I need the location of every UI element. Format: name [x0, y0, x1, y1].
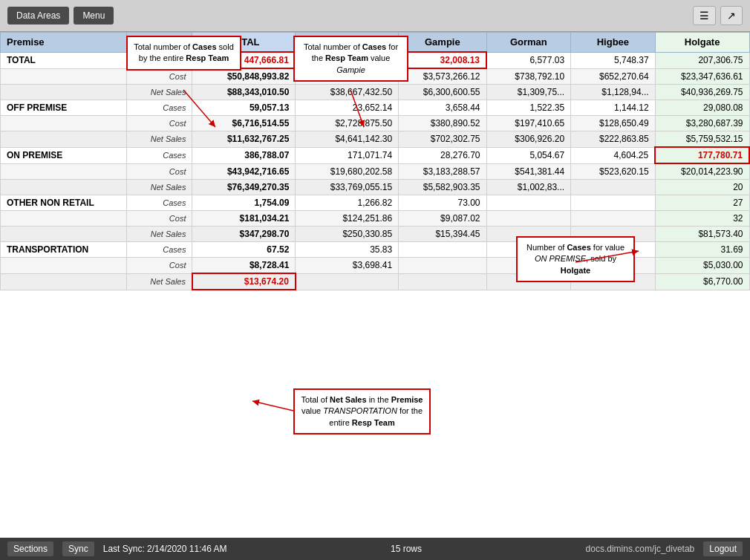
share-icon-button[interactable]: ↗ — [720, 6, 743, 25]
gampie-cell: 73.00 — [399, 195, 486, 211]
total-cell: $8,728.41 — [192, 258, 296, 274]
col-header-gampie: Gampie — [399, 33, 486, 53]
gampie-cell: $5,582,903.35 — [399, 180, 486, 195]
metric-label: Net Sales — [127, 273, 192, 290]
higbee-cell — [571, 227, 656, 242]
total-cell: $50,848,993.82 — [192, 68, 296, 85]
total-cell: $11,632,767.25 — [192, 131, 296, 148]
holgate-cell: $20,014,223.90 — [655, 163, 749, 180]
hamburger-icon-button[interactable]: ☰ — [693, 6, 716, 25]
holgate-cell: 207,306.75 — [655, 52, 749, 68]
higbee-cell: $523,620.15 — [571, 163, 656, 180]
premise-label: TRANSPORTATION — [1, 242, 127, 258]
holgate-cell: $23,347,636.61 — [655, 68, 749, 85]
crowe-cell: $250,330.85 — [296, 227, 399, 242]
metric-label: Net Sales — [127, 180, 192, 195]
holgate-cell: 177,780.71 — [655, 147, 749, 163]
svg-line-4 — [252, 401, 293, 411]
col-header-higbee: Higbee — [571, 33, 656, 53]
higbee-cell: $1,128,94... — [571, 85, 656, 100]
holgate-cell: 29,080.08 — [655, 100, 749, 116]
premise-label: OTHER NON RETAIL — [1, 195, 127, 211]
holgate-cell: 32 — [655, 211, 749, 227]
crowe-cell: 35.83 — [296, 242, 399, 258]
gampie-cell: $6,300,600.55 — [399, 85, 486, 100]
metric-label: Cases — [127, 100, 192, 116]
crowe-cell: $2,728,875.50 — [296, 116, 399, 131]
statusbar: Sections Sync Last Sync: 2/14/2020 11:46… — [0, 538, 750, 560]
total-cell: $43,942,716.65 — [192, 163, 296, 180]
metric-label: Cost — [127, 68, 192, 85]
holgate-cell: $40,936,269.75 — [655, 85, 749, 100]
premise-label: OFF PREMISE — [1, 100, 127, 116]
total-cell: $88,343,010.50 — [192, 85, 296, 100]
higbee-cell: $128,650.49 — [571, 116, 656, 131]
sections-button[interactable]: Sections — [7, 541, 53, 556]
gorman-cell: 1,522.35 — [486, 100, 571, 116]
holgate-cell: $81,573.40 — [655, 227, 749, 242]
gorman-cell: $306,926.20 — [486, 131, 571, 148]
gorman-cell: $197,410.65 — [486, 116, 571, 131]
higbee-cell: 4,604.25 — [571, 147, 656, 163]
crowe-cell: $19,680,202.58 — [296, 163, 399, 180]
rows-count: 15 rows — [391, 544, 422, 554]
holgate-cell: 20 — [655, 180, 749, 195]
gorman-cell: 6,577.03 — [486, 52, 571, 68]
metric-label: Net Sales — [127, 85, 192, 100]
crowe-cell: $4,641,142.30 — [296, 131, 399, 148]
gorman-cell: $1,309,75... — [486, 85, 571, 100]
higbee-cell — [571, 273, 656, 290]
gampie-cell — [399, 273, 486, 290]
gampie-cell: 32,008.13 — [399, 52, 486, 68]
gorman-cell — [486, 227, 571, 242]
gampie-cell: $9,087.02 — [399, 211, 486, 227]
total-cell: 59,057.13 — [192, 100, 296, 116]
crowe-cell: $124,251.86 — [296, 211, 399, 227]
gorman-cell: $1,002,83... — [486, 180, 571, 195]
total-cell: $181,034.21 — [192, 211, 296, 227]
gampie-cell: $15,394.45 — [399, 227, 486, 242]
gorman-cell: $541,381.44 — [486, 163, 571, 180]
metric-label: Cases — [127, 147, 192, 163]
gampie-cell — [399, 258, 486, 274]
gampie-cell: $3,183,288.57 — [399, 163, 486, 180]
total-cell: $6,716,514.55 — [192, 116, 296, 131]
higbee-cell — [571, 242, 656, 258]
gorman-cell — [486, 211, 571, 227]
premise-label: TOTAL — [1, 52, 127, 68]
gorman-cell — [486, 258, 571, 274]
holgate-cell: $3,280,687.39 — [655, 116, 749, 131]
gampie-cell: 28,276.70 — [399, 147, 486, 163]
gorman-cell: 5,054.67 — [486, 147, 571, 163]
crowe-cell: 171,071.74 — [296, 147, 399, 163]
col-header-total: TOTAL — [192, 33, 296, 53]
higbee-cell — [571, 195, 656, 211]
data-areas-button[interactable]: Data Areas — [7, 7, 69, 25]
toolbar: Data Areas Menu ☰ ↗ — [0, 0, 750, 32]
metric-label: Net Sales — [127, 131, 192, 148]
premise-label — [1, 68, 127, 85]
total-cell: 67.52 — [192, 242, 296, 258]
metric-label: Cases — [127, 195, 192, 211]
holgate-cell: 31.69 — [655, 242, 749, 258]
higbee-cell — [571, 180, 656, 195]
total-cell: $13,674.20 — [192, 273, 296, 290]
premise-label: ON PREMISE — [1, 147, 127, 163]
logout-button[interactable]: Logout — [703, 541, 743, 556]
premise-label — [1, 227, 127, 242]
premise-label — [1, 116, 127, 131]
crowe-cell: $38,667,432.50 — [296, 85, 399, 100]
holgate-cell: $5,030.00 — [655, 258, 749, 274]
crowe-cell: 1,266.82 — [296, 195, 399, 211]
annotation-transportation-netsales: Total of Net Sales in the Premise value … — [293, 388, 431, 434]
gampie-cell: 3,658.44 — [399, 100, 486, 116]
premise-label — [1, 273, 127, 290]
total-cell: 447,666.81 — [192, 52, 296, 68]
higbee-cell: 1,144.12 — [571, 100, 656, 116]
col-header-metric — [127, 33, 192, 53]
col-header-holgate: Holgate — [655, 33, 749, 53]
metric-label: Cost — [127, 163, 192, 180]
menu-button[interactable]: Menu — [74, 7, 114, 25]
holgate-cell: 27 — [655, 195, 749, 211]
sync-button[interactable]: Sync — [62, 541, 94, 556]
